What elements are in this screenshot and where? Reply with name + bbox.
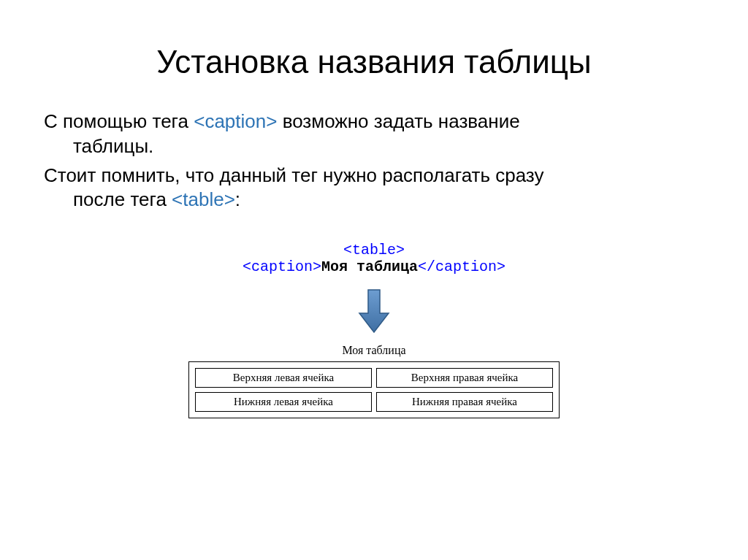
example-table: Верхняя левая ячейка Верхняя правая ячей… <box>188 361 560 418</box>
arrow-container <box>44 288 704 334</box>
para1-text-b: возможно задать название <box>277 110 519 132</box>
slide-title: Установка названия таблицы <box>44 44 704 80</box>
para1-caption-tag: <caption> <box>194 110 277 132</box>
cell-top-left: Верхняя левая ячейка <box>195 368 372 388</box>
code-example: <table> <caption>Моя таблица</caption> <box>44 242 704 275</box>
rendered-example: Моя таблица Верхняя левая ячейка Верхняя… <box>44 344 704 418</box>
table-row: Верхняя левая ячейка Верхняя правая ячей… <box>195 368 553 388</box>
example-table-caption: Моя таблица <box>342 344 405 357</box>
code-line-1: <table> <box>44 242 704 258</box>
para2-text-a: Стоит помнить, что данный тег нужно расп… <box>44 164 543 186</box>
para2-text-c: : <box>235 188 240 210</box>
cell-top-right: Верхняя правая ячейка <box>376 368 553 388</box>
para2-text-b: после тега <box>73 188 172 210</box>
paragraph-1: С помощью тега <caption> возможно задать… <box>44 110 704 159</box>
cell-bottom-left: Нижняя левая ячейка <box>195 392 372 412</box>
para2-table-tag: <table> <box>172 188 235 210</box>
cell-bottom-right: Нижняя правая ячейка <box>376 392 553 412</box>
down-arrow-icon <box>358 288 390 334</box>
code-close-caption: </caption> <box>418 258 505 275</box>
slide-content: Установка названия таблицы С помощью тег… <box>0 0 748 448</box>
code-caption-text: Моя таблица <box>321 258 418 275</box>
para2-line2: после тега <table>: <box>44 188 704 212</box>
code-line-2: <caption>Моя таблица</caption> <box>44 258 704 275</box>
paragraph-2: Стоит помнить, что данный тег нужно расп… <box>44 164 704 213</box>
para1-text-a: С помощью тега <box>44 110 194 132</box>
code-open-caption: <caption> <box>243 258 321 275</box>
para1-text-c: таблицы. <box>44 134 704 159</box>
table-row: Нижняя левая ячейка Нижняя правая ячейка <box>195 392 553 412</box>
